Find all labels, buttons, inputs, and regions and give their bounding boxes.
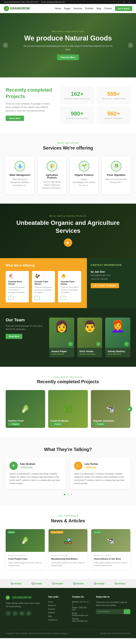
footer-contact-heading: Contact Us — [72, 596, 90, 598]
stat-number-3: 562+ — [101, 110, 127, 117]
offering-more-btn-1[interactable]: + — [35, 296, 40, 300]
footer-social-in[interactable]: in — [19, 611, 24, 616]
offering-more-btn-0[interactable]: + — [8, 296, 13, 300]
hero-cta-button[interactable]: Discover More — [57, 54, 79, 60]
social-facebook[interactable]: f — [114, 1, 114, 3]
projects-next-button[interactable]: ▶ — [127, 406, 132, 412]
team-card-1: 👨 ↗ Doris Jordan Female Landscaping — [77, 318, 102, 357]
footer-terms[interactable]: Terms of Service — [107, 632, 119, 634]
project-card-1: 🌿 🌿 Projects Fresh Products — [48, 390, 88, 428]
stat-number-0: 162+ — [64, 91, 90, 97]
news-article-title-1[interactable]: Manufacturing Distribution — [51, 558, 85, 560]
news-meta-0: By admin 0 Comments — [8, 554, 42, 556]
hero-subtitle: Wellcome to Agriculture Farm — [21, 30, 115, 32]
stats-description: There are many variations of passages of… — [6, 102, 55, 112]
offering-desc-1: There are many type of vari mons of pass… — [35, 286, 52, 294]
stats-heading-colored: Recently completed — [6, 87, 52, 93]
footer-link-1[interactable]: About Us — [48, 604, 66, 606]
logo-text: GRAINGROW — [10, 7, 30, 10]
footer-link-2[interactable]: Services — [48, 608, 66, 610]
testimonial-title-0: Senior Farmer — [20, 466, 33, 469]
contact-cta-button[interactable]: LET'S GET TO MORE — [91, 283, 119, 288]
nav-links: Home Pages Services Portfolio Blog Conta… — [55, 6, 132, 11]
offerings-panel: What We're Offering 🐔 Favorite Farm Hous… — [0, 258, 87, 308]
dot-2[interactable] — [71, 494, 72, 495]
topbar-address[interactable]: Home & Questions? Call: (760) 262-4647 — [4, 1, 38, 3]
social-twitter[interactable]: t — [118, 1, 119, 3]
footer-link-4[interactable]: Blog — [48, 615, 66, 617]
offering-desc-0: There are many types of vari mons of pas… — [8, 286, 26, 294]
topbar-email[interactable]: Email: graingrow@mail.com — [41, 1, 65, 3]
hero-next-button[interactable]: › — [128, 42, 133, 48]
team-card-0: 👩 ↗ Imamul Papan Senior Farmwork — [49, 318, 74, 357]
social-instagram[interactable]: in — [123, 1, 125, 3]
nav-home[interactable]: Home — [55, 7, 61, 10]
contact-person: by Jan Doe Name@Domain.Com +54 (175) 736… — [91, 270, 132, 280]
testimonial-header-1: L Lulu Yosima Garden Plant — [74, 462, 127, 470]
team-share-2[interactable]: ↗ — [124, 342, 129, 346]
news-desc-1: Public website details lorem ipsum vugai… — [51, 562, 85, 567]
get-quote-button[interactable]: Get A Quote — [115, 6, 132, 11]
subscribe-button[interactable]: → — [124, 609, 130, 614]
offerings-contact-section: What We're Offering 🐔 Favorite Farm Hous… — [0, 258, 136, 308]
topbar-left: Home & Questions? Call: (760) 262-4647 E… — [4, 1, 67, 3]
projects-title: Recently completed Projects — [6, 379, 130, 384]
footer-social-fb[interactable]: f — [6, 611, 11, 616]
dot-1[interactable] — [67, 494, 69, 495]
news-meta-1: By admin 0 Comments — [51, 554, 85, 556]
footer-col-contact: Contact Us Address: #41 41 no: 1 Phone: … — [72, 596, 90, 624]
logo[interactable]: 🌾 GRAINGROW — [4, 6, 30, 11]
team-photo-1: 👨 ↗ — [77, 318, 102, 348]
subscribe-email-input[interactable] — [96, 609, 124, 614]
team-share-0[interactable]: ↗ — [68, 342, 73, 346]
footer-social-pi[interactable]: p — [26, 611, 31, 616]
testimonial-author-0: Kalo Abraham Senior Farmer — [20, 463, 35, 469]
footer-contact-0: Address: #41 41 no: 1 — [72, 601, 90, 605]
footer-link-3[interactable]: Portfolio — [48, 612, 66, 614]
footer-social-tw[interactable]: t — [12, 611, 18, 616]
service-desc-3: What to you look for when buying fresh..… — [105, 178, 127, 184]
footer-link-5[interactable]: Contact Us — [48, 619, 66, 621]
envato-2: ⬡ envato — [52, 582, 63, 585]
news-article-title-0[interactable]: Fresh Poultry Farm — [8, 558, 42, 560]
hero-prev-button[interactable]: ‹ — [3, 42, 8, 48]
social-pinterest[interactable]: p — [129, 1, 130, 3]
team-info-1: Doris Jordan Female Landscaping — [77, 348, 102, 357]
stats-about-button[interactable]: About More — [6, 116, 24, 121]
testimonial-card-1: L Lulu Yosima Garden Plant intech is a p… — [70, 458, 130, 489]
nav-portfolio[interactable]: Portfolio — [85, 7, 94, 10]
footer-bottom: Copyright © 2022 Graingrow - Agriculture… — [6, 629, 130, 634]
team-share-1[interactable]: ↗ — [96, 342, 101, 346]
team-emoji-1: 👨 — [83, 320, 97, 333]
nav-pages[interactable]: Pages — [64, 7, 70, 10]
offering-more-btn-2[interactable]: + — [61, 296, 66, 300]
nav-blog[interactable]: Blog — [97, 7, 101, 10]
footer-contact-list: Address: #41 41 no: 1 Phone: (760) 262-4… — [72, 601, 90, 622]
envato-0: ⬡ envato — [11, 582, 21, 585]
footer-sitemap[interactable]: Sitemap — [100, 632, 106, 634]
nav-contact[interactable]: Contact — [104, 7, 112, 10]
footer-link-0[interactable]: Home — [48, 601, 66, 603]
news-article-title-2[interactable]: Home Delivery in Our Store — [94, 558, 128, 560]
team-name-2: Johnny Ramirez — [108, 350, 128, 353]
news-body-2: By admin 0 Comments Home Delivery in Our… — [91, 552, 130, 570]
play-button[interactable]: ▶ — [64, 238, 72, 247]
project-card-2: 🐄 🌿 Projects Organic Solutions — [91, 390, 130, 428]
footer-contact-1: Phone: (760) 262-4647 — [72, 606, 90, 611]
project-badge-1: 🌿 Projects — [50, 422, 63, 426]
service-desc-2: Organic farming/agriculture without the … — [73, 178, 95, 187]
dot-0[interactable] — [64, 494, 65, 495]
footer-top: 🌾 GRAINGROW Public website details lorem… — [6, 596, 130, 624]
offering-items: 🐔 Favorite Farm House. There are many ty… — [6, 271, 81, 302]
footer-privacy[interactable]: Privacy Policy — [120, 632, 130, 634]
service-name-0: Water Management — [9, 174, 31, 176]
organic-banner: We're Selling Healthy Products Unbeatabl… — [0, 204, 136, 258]
offering-card-0: 🐔 Favorite Farm House. There are many ty… — [6, 271, 29, 302]
testimonials-grid: K Kalo Abraham Senior Farmer intech is a… — [6, 458, 130, 489]
team-name-0: Imamul Papan — [51, 350, 72, 353]
team-about-button[interactable]: About More — [6, 334, 22, 339]
team-role-0: Senior Farmwork — [51, 353, 72, 355]
footer-links-list: Home About Us Services Portfolio Blog Co… — [48, 601, 66, 621]
services-title: Services We're offering — [6, 145, 130, 151]
nav-services[interactable]: Services — [73, 7, 82, 10]
